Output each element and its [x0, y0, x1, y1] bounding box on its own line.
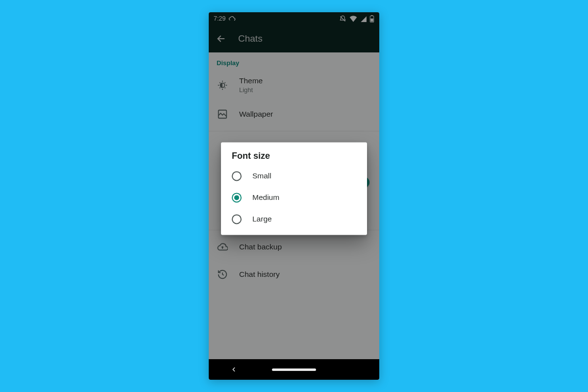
- option-large[interactable]: Large: [221, 208, 367, 230]
- option-small[interactable]: Small: [221, 165, 367, 187]
- dialog-title: Font size: [221, 151, 367, 165]
- option-medium[interactable]: Medium: [221, 187, 367, 208]
- phone-screen: 7:29: [209, 12, 379, 380]
- option-label: Small: [252, 172, 271, 180]
- radio-selected-icon: [232, 193, 242, 202]
- font-size-dialog: Font size Small Medium Large: [221, 142, 367, 235]
- option-label: Medium: [252, 193, 279, 202]
- option-label: Large: [252, 215, 272, 223]
- nav-back-icon[interactable]: [230, 366, 237, 373]
- radio-icon: [232, 171, 242, 181]
- nav-home-pill[interactable]: [272, 368, 316, 371]
- android-nav-bar: [209, 359, 379, 380]
- phone-frame: 7:29: [209, 12, 379, 380]
- radio-icon: [232, 214, 242, 224]
